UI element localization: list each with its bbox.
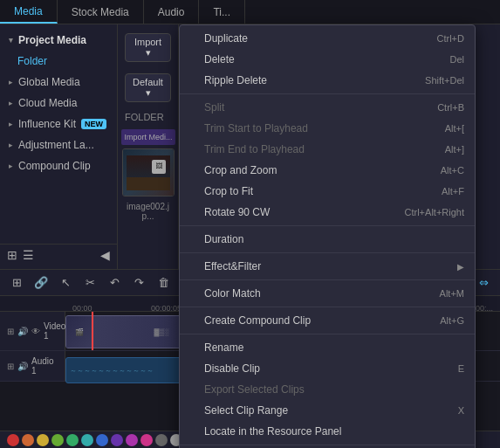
menu-item-ripple-delete[interactable]: Ripple Delete Shift+Del xyxy=(180,70,475,91)
audio-mute-icon[interactable]: 🔊 xyxy=(17,362,28,371)
menu-item-rename[interactable]: Rename xyxy=(180,337,475,358)
menu-item-split: Split Ctrl+B xyxy=(180,97,475,118)
color-cyan[interactable] xyxy=(81,434,93,446)
color-yellow[interactable] xyxy=(37,434,49,446)
sidebar-item-compound-clip[interactable]: ▸ Compound Clip xyxy=(0,155,117,176)
default-button[interactable]: Default ▾ xyxy=(125,73,171,102)
sidebar-item-cloud-media[interactable]: ▸ Cloud Media xyxy=(0,93,117,114)
menu-label: Locate in the Resource Panel xyxy=(204,425,341,438)
separator xyxy=(180,279,475,280)
menu-label: Color Match xyxy=(204,287,261,300)
sidebar-label: Folder xyxy=(17,55,47,67)
menu-label: Disable Clip xyxy=(204,362,260,375)
menu-label: Effect&Filter xyxy=(204,260,261,272)
sidebar-item-global-media[interactable]: ▸ Global Media xyxy=(0,72,117,93)
arrow-icon: ▸ xyxy=(9,78,13,86)
sidebar-label: Adjustment La... xyxy=(18,139,94,151)
shortcut: Alt+F xyxy=(442,186,464,196)
sidebar-label: Project Media xyxy=(18,34,86,46)
import-button[interactable]: Import ▾ xyxy=(125,33,171,62)
separator xyxy=(180,93,475,94)
arrow-icon: ▸ xyxy=(9,141,13,149)
color-pink[interactable] xyxy=(140,434,153,446)
submenu-arrow-icon: ▶ xyxy=(457,262,464,272)
arrow-icon: ▸ xyxy=(9,162,13,170)
list-icon[interactable]: ☰ xyxy=(23,248,34,262)
video-track-label: ⊞ 🔊 👁 Video 1 xyxy=(0,312,65,350)
menu-label: Export Selected Clips xyxy=(204,383,305,396)
menu-item-color-match[interactable]: Color Match Alt+M xyxy=(180,283,475,304)
add-video-icon[interactable]: ⊞ xyxy=(7,327,14,336)
menu-label: Select Clip Range xyxy=(204,404,288,417)
shortcut: Ctrl+Alt+Right xyxy=(405,207,464,217)
track-name-audio: Audio 1 xyxy=(31,356,58,376)
color-blue[interactable] xyxy=(96,434,108,446)
video-eye-icon[interactable]: 👁 xyxy=(31,327,40,336)
menu-item-create-compound[interactable]: Create Compound Clip Alt+G xyxy=(180,310,475,331)
tab-audio[interactable]: Audio xyxy=(144,0,200,24)
menu-label: Split xyxy=(204,101,224,114)
shortcut: Alt+G xyxy=(440,315,464,326)
media-thumbnail[interactable]: 🖼 xyxy=(122,148,175,196)
arrow-icon: ▸ xyxy=(9,99,13,107)
menu-item-delete[interactable]: Delete Del xyxy=(180,49,475,70)
sidebar-label: Compound Clip xyxy=(18,160,91,172)
delete-button[interactable]: 🗑 xyxy=(154,273,173,293)
menu-label: Trim End to Playhead xyxy=(204,143,305,155)
shortcut: Alt+C xyxy=(441,165,464,176)
color-red[interactable] xyxy=(7,434,19,446)
tab-stock-media[interactable]: Stock Media xyxy=(58,0,144,24)
menu-item-rotate[interactable]: Rotate 90 CW Ctrl+Alt+Right xyxy=(180,202,475,223)
cut-button[interactable]: ✂ xyxy=(80,273,99,293)
folder-label: FOLDER xyxy=(118,108,178,126)
sidebar-label: Global Media xyxy=(18,76,80,88)
sidebar-item-folder[interactable]: Folder xyxy=(0,51,117,72)
arrow-icon: ▸ xyxy=(9,120,13,128)
new-badge: NEW xyxy=(81,119,106,129)
video-mute-icon[interactable]: 🔊 xyxy=(17,327,28,336)
sidebar-item-adjustment[interactable]: ▸ Adjustment La... xyxy=(0,134,117,155)
add-audio-icon[interactable]: ⊞ xyxy=(7,362,14,371)
separator xyxy=(180,334,475,334)
menu-label: Crop and Zoom xyxy=(204,164,277,176)
tab-title[interactable]: Ti... xyxy=(199,0,245,24)
menu-item-duplicate[interactable]: Duplicate Ctrl+D xyxy=(180,28,475,49)
color-purple[interactable] xyxy=(111,434,123,446)
ruler-mark-0: 00:00 xyxy=(72,304,92,313)
menu-label: Rotate 90 CW xyxy=(204,206,270,218)
sidebar-item-influence-kit[interactable]: ▸ Influence Kit NEW xyxy=(0,114,117,134)
menu-label: Delete xyxy=(204,53,235,65)
redo-button[interactable]: ↷ xyxy=(129,273,148,293)
add-track-button[interactable]: ⊞ xyxy=(7,273,26,293)
separator xyxy=(180,252,475,253)
undo-button[interactable]: ↶ xyxy=(105,273,124,293)
separator xyxy=(180,225,475,226)
menu-item-locate-resource[interactable]: Locate in the Resource Panel xyxy=(180,421,475,442)
link-button[interactable]: 🔗 xyxy=(31,273,51,293)
menu-item-effect-filter[interactable]: Effect&Filter ▶ xyxy=(180,256,475,277)
shortcut: Del xyxy=(449,54,464,65)
menu-item-duration[interactable]: Duration xyxy=(180,229,475,250)
menu-item-select-range[interactable]: Select Clip Range X xyxy=(180,400,475,421)
zoom-button[interactable]: ⇔ xyxy=(474,273,493,293)
track-name-video: Video 1 xyxy=(44,321,65,341)
color-teal[interactable] xyxy=(66,434,79,446)
color-gray[interactable] xyxy=(155,434,168,446)
playhead[interactable] xyxy=(92,312,93,350)
tab-media[interactable]: Media xyxy=(0,0,58,24)
menu-item-crop-zoom[interactable]: Crop and Zoom Alt+C xyxy=(180,160,475,181)
cursor-button[interactable]: ↖ xyxy=(56,273,75,293)
sidebar-item-project-media[interactable]: ▾ Project Media xyxy=(0,30,117,51)
menu-label: Create Compound Clip xyxy=(204,314,311,327)
menu-item-crop-fit[interactable]: Crop to Fit Alt+F xyxy=(180,181,475,202)
ruler-mark-end: 00:... xyxy=(476,304,493,313)
menu-item-disable-clip[interactable]: Disable Clip E xyxy=(180,358,475,379)
shortcut: Ctrl+D xyxy=(437,33,464,44)
color-magenta[interactable] xyxy=(126,434,138,446)
collapse-icon[interactable]: ◀ xyxy=(100,248,110,262)
grid-icon[interactable]: ⊞ xyxy=(7,248,17,262)
shortcut: E xyxy=(458,363,464,374)
color-orange[interactable] xyxy=(22,434,34,446)
color-green[interactable] xyxy=(51,434,64,446)
shortcut: Shift+Del xyxy=(425,75,464,86)
